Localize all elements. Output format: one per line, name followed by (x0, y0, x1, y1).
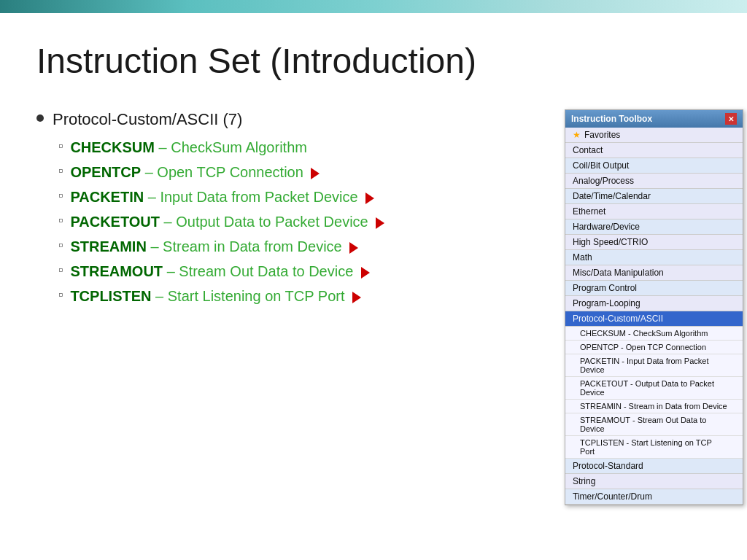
toolbox-subitem-packetout[interactable]: PACKETOUT - Output Data to Packet Device (565, 377, 743, 400)
sub-text-5: STREAMIN – Stream in Data from Device (70, 237, 358, 256)
toolbox-close-button[interactable]: ✕ (725, 113, 737, 125)
toolbox-item-datetime[interactable]: Date/Time/Calendar (565, 189, 743, 204)
main-bullet-text: Protocol-Custom/ASCII (7) (53, 110, 242, 129)
toolbox-title: Instruction Toolbox (571, 114, 652, 124)
arrow-icon-3 (365, 192, 374, 204)
desc-4: – Output Data to Packet Device (164, 214, 368, 230)
sub-text-1: CHECKSUM – CheckSum Algorithm (70, 138, 307, 157)
desc-6: – Stream Out Data to Device (167, 263, 354, 279)
toolbox-item-coil[interactable]: Coil/Bit Output (565, 158, 743, 174)
toolbox-item-contact[interactable]: Contact (565, 143, 743, 158)
top-bar (0, 0, 747, 13)
desc-5: – Stream in Data from Device (150, 238, 341, 254)
sub-text-4: PACKETOUT – Output Data to Packet Device (70, 212, 384, 231)
keyword-3: PACKETIN (70, 189, 144, 205)
slide-body: Protocol-Custom/ASCII (7) ▫ CHECKSUM – C… (36, 110, 511, 306)
slide-title: Instruction Set (Introduction) (36, 42, 511, 81)
keyword-5: STREAMIN (70, 238, 146, 254)
toolbox-subitem-streamin[interactable]: STREAMIN - Stream in Data from Device (565, 400, 743, 413)
sub-marker-6: ▫ (58, 262, 63, 278)
sub-bullets: ▫ CHECKSUM – CheckSum Algorithm ▫ OPENTC… (58, 138, 511, 306)
toolbox-item-analog[interactable]: Analog/Process (565, 174, 743, 189)
sub-marker-5: ▫ (58, 238, 63, 253)
sub-marker-3: ▫ (58, 188, 63, 203)
keyword-6: STREAMOUT (70, 263, 163, 279)
sub-marker-1: ▫ (58, 139, 63, 154)
sub-text-7: TCPLISTEN – Start Listening on TCP Port (70, 287, 361, 306)
sub-text-2: OPENTCP – Open TCP Connection (70, 163, 320, 182)
sub-text-3: PACKETIN – Input Data from Packet Device (70, 187, 374, 206)
sub-marker-4: ▫ (58, 213, 63, 228)
toolbox-header: Instruction Toolbox ✕ (565, 110, 743, 128)
main-bullet: Protocol-Custom/ASCII (7) (36, 110, 511, 129)
desc-2: – Open TCP Connection (145, 164, 308, 180)
toolbox-subitem-packetin[interactable]: PACKETIN - Input Data from Packet Device (565, 354, 743, 377)
star-icon: ★ (573, 130, 581, 140)
toolbox-item-highspeed[interactable]: High Speed/CTRIO (565, 235, 743, 250)
sub-marker-7: ▫ (58, 287, 63, 303)
arrow-icon-2 (311, 168, 320, 179)
sub-bullet-4: ▫ PACKETOUT – Output Data to Packet Devi… (58, 212, 511, 231)
toolbox-item-protocol-custom[interactable]: Protocol-Custom/ASCII (565, 311, 743, 327)
keyword-7: TCPLISTEN (70, 288, 151, 304)
sub-bullet-3: ▫ PACKETIN – Input Data from Packet Devi… (58, 187, 511, 206)
toolbox-item-ethernet[interactable]: Ethernet (565, 204, 743, 219)
toolbox-item-math[interactable]: Math (565, 250, 743, 265)
toolbox-item-program-control[interactable]: Program Control (565, 281, 743, 296)
sub-bullet-1: ▫ CHECKSUM – CheckSum Algorithm (58, 138, 511, 157)
toolbox-item-timer[interactable]: Timer/Counter/Drum (565, 489, 743, 505)
keyword-2: OPENTCP (70, 164, 141, 180)
slide-content: Instruction Set (Introduction) Protocol-… (0, 13, 547, 560)
keyword-1: CHECKSUM (70, 139, 155, 155)
toolbox-subitem-checksum[interactable]: CHECKSUM - CheckSum Algorithm (565, 327, 743, 341)
arrow-icon-6 (361, 267, 370, 279)
sub-bullet-5: ▫ STREAMIN – Stream in Data from Device (58, 237, 511, 256)
toolbox-item-favorites[interactable]: ★ Favorites (565, 128, 743, 143)
sub-bullet-7: ▫ TCPLISTEN – Start Listening on TCP Por… (58, 287, 511, 306)
desc-7: – Start Listening on TCP Port (155, 288, 349, 304)
toolbox-item-hardware[interactable]: Hardware/Device (565, 219, 743, 235)
sub-text-6: STREAMOUT – Stream Out Data to Device (70, 262, 369, 281)
toolbox-subitem-streamout[interactable]: STREAMOUT - Stream Out Data to Device (565, 413, 743, 436)
sub-marker-2: ▫ (58, 163, 63, 179)
sub-bullet-2: ▫ OPENTCP – Open TCP Connection (58, 163, 511, 182)
keyword-4: PACKETOUT (70, 214, 160, 230)
toolbox-subitem-opentcp[interactable]: OPENTCP - Open TCP Connection (565, 341, 743, 354)
arrow-icon-5 (349, 242, 358, 254)
arrow-icon-4 (376, 217, 384, 229)
desc-1: – CheckSum Algorithm (159, 139, 307, 155)
instruction-toolbox: Instruction Toolbox ✕ ★ Favorites Contac… (565, 109, 743, 505)
bullet-dot (36, 114, 44, 122)
toolbox-item-program-looping[interactable]: Program-Looping (565, 296, 743, 311)
toolbox-subitem-tcplisten[interactable]: TCPLISTEN - Start Listening on TCP Port (565, 436, 743, 459)
arrow-icon-7 (352, 292, 361, 303)
toolbox-item-string[interactable]: String (565, 474, 743, 489)
toolbox-item-misc[interactable]: Misc/Data Manipulation (565, 265, 743, 281)
toolbox-item-protocol-standard[interactable]: Protocol-Standard (565, 459, 743, 474)
desc-3: – Input Data from Packet Device (148, 189, 358, 205)
favorites-label: Favorites (584, 130, 620, 140)
sub-bullet-6: ▫ STREAMOUT – Stream Out Data to Device (58, 262, 511, 281)
